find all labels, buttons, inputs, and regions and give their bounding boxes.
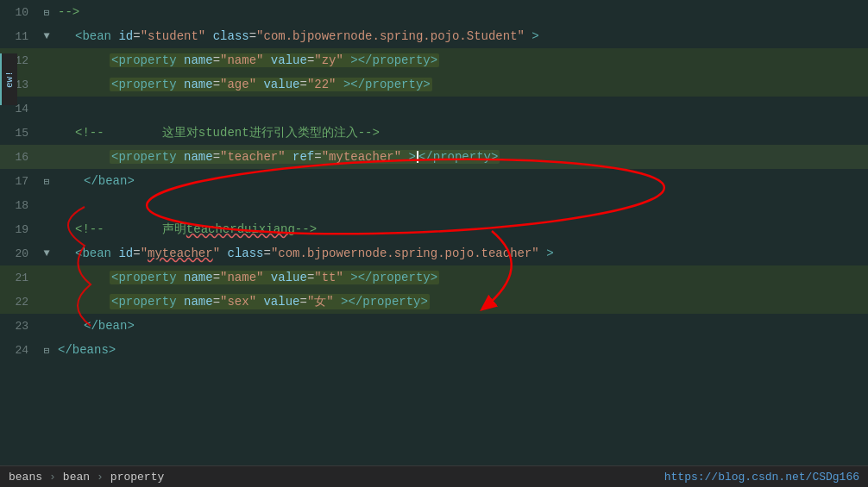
line-number-10: 10	[0, 6, 39, 19]
line-17: 17 ⊟ </bean>	[0, 169, 868, 193]
line-21: 21 <property name="name" value="tt" ></p…	[0, 265, 868, 290]
line-24: 24 ⊟ </beans>	[0, 338, 868, 362]
line-16: 16 <property name="teacher" ref="myteach…	[0, 145, 868, 169]
line-number-15: 15	[0, 127, 39, 140]
line-10: 10 ⊟ -->	[0, 0, 868, 24]
line-content-12: <property name="name" value="zy" ></prop…	[54, 53, 868, 67]
line-number-20: 20	[0, 247, 39, 260]
line-11: 11 ▼ <bean id="student" class="com.bjpow…	[0, 24, 868, 48]
tag-close-17: </bean>	[84, 174, 135, 188]
line-content-11: <bean id="student" class="com.bjpowernod…	[54, 29, 868, 43]
comment-19: <!-- 声明teacherduixiang-->	[75, 222, 317, 236]
line-23: 23 </bean>	[0, 314, 868, 338]
line-content-15: <!-- 这里对student进行引入类型的注入-->	[54, 125, 868, 140]
line-number-16: 16	[0, 151, 39, 164]
line-number-24: 24	[0, 344, 39, 357]
status-breadcrumb: beans › bean › property	[9, 471, 164, 484]
comment-close-10: -->	[58, 5, 79, 19]
line-content-23: </bean>	[54, 319, 868, 333]
line-number-21: 21	[0, 272, 39, 284]
line-content-20: <bean id="myteacher" class="com.bjpowern…	[54, 247, 868, 260]
breadcrumb-beans[interactable]: beans	[9, 471, 42, 484]
line-12: 12 <property name="name" value="zy" ></p…	[0, 48, 868, 72]
fold-11[interactable]: ▼	[39, 30, 54, 42]
fold-17: ⊟	[39, 176, 54, 187]
fold-10: ⊟	[39, 7, 54, 18]
line-22: 22 <property name="sex" value="女" ></pro…	[0, 290, 868, 314]
line-content-21: <property name="name" value="tt" ></prop…	[54, 271, 868, 284]
line-20: 20 ▼ <bean id="myteacher" class="com.bjp…	[0, 241, 868, 265]
attr-id-11: id	[118, 29, 133, 43]
line-content-16: <property name="teacher" ref="myteacher"…	[54, 150, 868, 164]
status-bar: beans › bean › property https://blog.csd…	[0, 465, 868, 487]
line-18: 18	[0, 193, 868, 217]
new-label: ew!	[0, 53, 17, 105]
line-number-19: 19	[0, 223, 39, 236]
tag-open-11: <bean	[75, 29, 118, 43]
line-content-17: </bean>	[54, 174, 868, 188]
line-content-13: <property name="age" value="22" ></prope…	[54, 78, 868, 91]
line-number-23: 23	[0, 320, 39, 333]
editor-area: 10 ⊟ --> 11 ▼ <bean id="student" class="…	[0, 0, 868, 465]
line-19: 19 <!-- 声明teacherduixiang-->	[0, 217, 868, 241]
line-13: 13 <property name="age" value="22" ></pr…	[0, 72, 868, 97]
line-content-24: </beans>	[54, 343, 868, 357]
line-number-17: 17	[0, 175, 39, 188]
status-url[interactable]: https://blog.csdn.net/CSDg166	[664, 471, 859, 484]
breadcrumb-bean[interactable]: bean	[63, 471, 90, 484]
breadcrumb-property[interactable]: property	[110, 471, 164, 484]
fold-24: ⊟	[39, 345, 54, 356]
breadcrumb-sep-1: ›	[49, 471, 56, 484]
line-content-19: <!-- 声明teacherduixiang-->	[54, 222, 868, 237]
breadcrumb-sep-2: ›	[97, 471, 104, 484]
line-number-18: 18	[0, 199, 39, 212]
line-14: 14	[0, 97, 868, 121]
line-content-10: -->	[54, 5, 868, 19]
line-number-11: 11	[0, 30, 39, 43]
fold-20[interactable]: ▼	[39, 247, 54, 259]
line-number-22: 22	[0, 296, 39, 309]
comment-15: <!-- 这里对student进行引入类型的注入-->	[75, 126, 380, 140]
line-content-22: <property name="sex" value="女" ></proper…	[54, 294, 868, 309]
line-15: 15 <!-- 这里对student进行引入类型的注入-->	[0, 121, 868, 145]
